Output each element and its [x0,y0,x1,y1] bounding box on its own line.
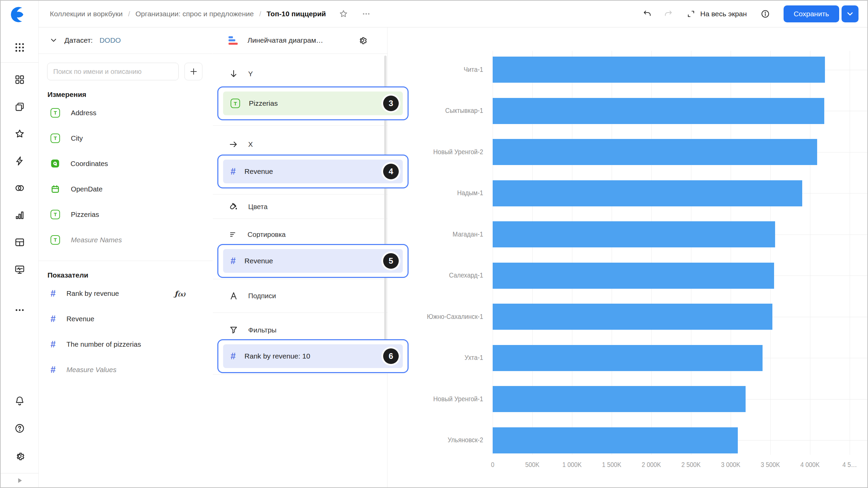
section-header[interactable]: Цвета [229,202,268,212]
category-label: Чита-1 [399,65,483,74]
bar[interactable] [493,345,763,371]
field-type-number-icon: # [51,289,56,298]
bar[interactable] [493,304,772,330]
chart-type-label[interactable]: Линейчатая диаграм… [248,36,323,44]
field-label: Pizzerias [71,210,99,219]
field-type-text-icon: T [51,235,60,245]
breadcrumb-workbook[interactable]: Организации: спрос и предложение [135,10,254,18]
save-chevron-icon [846,9,854,18]
bar[interactable] [493,263,774,289]
rail-button-collections[interactable] [1,96,38,118]
category-label: Сыктывкар-1 [399,106,483,115]
dataset-name-link[interactable]: DODO [99,36,121,44]
sidebar-collapse-button[interactable] [1,473,38,487]
dataset-panel: Датасет: DODO ИзмеренияTAddressTCityCoor… [39,27,213,487]
bar[interactable] [493,427,738,453]
sort-icon [229,230,238,239]
top-bar: Коллекции и воркбуки / Организации: спро… [38,1,867,27]
field-type-text-icon: T [231,99,240,108]
bar[interactable] [493,139,817,165]
plus-icon [189,67,198,76]
pill-label: Pizzerias [249,99,278,107]
chart-settings-button[interactable] [357,35,368,45]
field-label: The number of pizzerias [66,340,141,348]
field-item[interactable]: TMeasure Names [39,227,213,252]
rail-button-connections[interactable] [1,177,38,199]
field-pill[interactable]: #Rank by revenue: 10ƒ(x) [223,344,403,368]
annotation-outline: #Rank by revenue: 10ƒ(x)6 [217,339,409,373]
field-search-input[interactable] [47,63,179,80]
field-pill[interactable]: #Revenue [223,249,403,273]
step-badge: 4 [383,164,399,179]
x-tick-label: 3 000K [721,461,740,469]
gear-icon [357,35,368,45]
field-item[interactable]: TCity [39,125,213,151]
rail-button-settings[interactable] [1,445,38,467]
bar[interactable] [493,180,802,206]
field-item[interactable]: OpenDate [39,176,213,202]
breadcrumb-separator: / [259,10,261,18]
formula-icon: ƒ(x) [175,289,185,298]
rail-button-apps-grid[interactable] [1,37,38,58]
field-item[interactable]: #Measure Values [39,357,213,382]
save-button[interactable]: Сохранить [784,5,839,22]
field-pill[interactable]: #Revenue [223,160,403,183]
labels-icon [229,291,239,301]
more-icon [14,305,25,316]
field-type-date-icon [51,184,60,194]
bar[interactable] [493,57,825,83]
field-type-number-icon: # [231,167,236,176]
annotation-outline: #Revenue4 [217,155,409,188]
rail-button-pages[interactable] [1,69,38,90]
field-type-number-icon: # [231,257,236,266]
section-header[interactable]: Сортировка [229,230,286,239]
section-label: X [248,140,253,148]
rail-button-more[interactable] [1,299,38,321]
config-section-x: X#Revenue4 [213,126,387,195]
field-item[interactable]: #Rank by revenueƒ(x) [39,281,213,306]
field-label: Rank by revenue [66,289,119,298]
section-header[interactable]: Y [229,69,253,79]
field-item[interactable]: #The number of pizzerias [39,331,213,357]
more-actions-button[interactable] [362,9,371,18]
field-item[interactable]: Coordinates [39,151,213,176]
config-section-подписи: Подписи [213,279,387,313]
section-header[interactable]: Подписи [229,291,276,301]
field-type-number-icon: # [51,365,56,374]
category-label: Ульяновск-2 [399,436,483,444]
save-menu-button[interactable] [842,5,859,22]
bar-chart-type-icon[interactable] [229,36,239,45]
datalens-logo[interactable] [10,5,29,24]
rail-button-datasets[interactable] [1,231,38,253]
bar[interactable] [493,386,746,412]
rail-button-favorites[interactable] [1,123,38,145]
info-icon [761,9,770,19]
favorite-star-button[interactable] [339,9,348,19]
bar[interactable] [493,221,775,247]
section-header[interactable]: Фильтры [229,325,277,335]
add-field-button[interactable] [184,63,202,80]
pages-icon [14,74,25,85]
rail-button-charts[interactable] [1,204,38,226]
field-item[interactable]: TPizzerias [39,202,213,227]
section-header[interactable]: X [229,139,253,149]
rail-button-monitoring[interactable] [1,259,38,280]
redo-button[interactable] [664,9,673,19]
fullscreen-button[interactable]: На весь экран [685,9,749,19]
field-item[interactable]: TAddress [39,100,213,125]
undo-button[interactable] [643,9,652,19]
arrow-right-icon [229,139,239,149]
rail-button-notifications[interactable] [1,390,38,411]
bar[interactable] [493,98,824,124]
rail-button-quick-actions[interactable] [1,150,38,172]
field-label: Measure Names [71,236,122,244]
settings-icon [14,451,25,462]
field-label: OpenDate [71,185,102,193]
field-pill[interactable]: TPizzerias [223,92,403,115]
info-button[interactable] [761,9,770,19]
chevron-down-icon[interactable] [50,36,58,44]
breadcrumb-collections[interactable]: Коллекции и воркбуки [50,10,123,18]
field-item[interactable]: #Revenue [39,306,213,331]
config-section-цвета: Цвета [213,195,387,219]
rail-button-help[interactable] [1,418,38,439]
